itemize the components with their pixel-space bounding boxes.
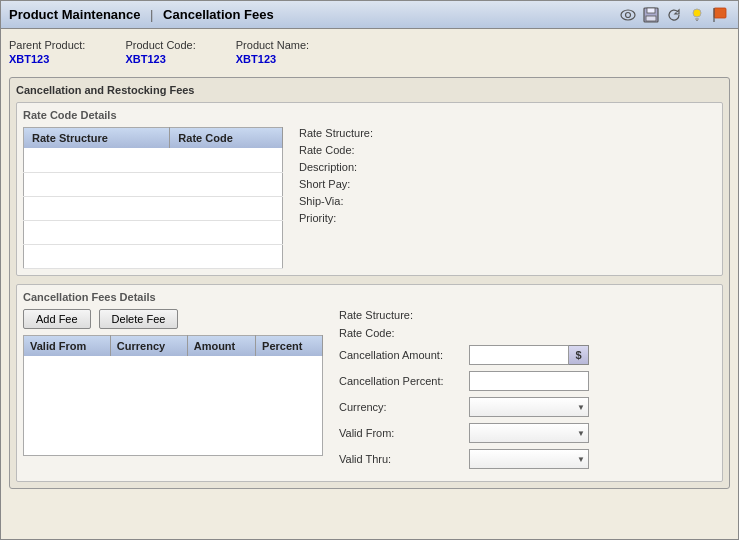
cancellation-percent-input[interactable] — [469, 371, 589, 391]
detail-short-pay-label: Short Pay: — [299, 178, 399, 190]
delete-fee-button[interactable]: Delete Fee — [99, 309, 179, 329]
form-currency-label: Currency: — [339, 401, 469, 413]
cancellation-section-title: Cancellation and Restocking Fees — [16, 84, 723, 96]
content-area: Parent Product: XBT123 Product Code: XBT… — [1, 29, 738, 539]
refresh-icon[interactable] — [664, 5, 684, 25]
currency-select-wrapper — [469, 397, 589, 417]
flag-icon[interactable] — [710, 5, 730, 25]
main-window: Product Maintenance | Cancellation Fees — [0, 0, 739, 540]
detail-priority: Priority: — [299, 212, 716, 224]
form-cancellation-percent: Cancellation Percent: — [339, 371, 716, 391]
cancellation-amount-input-group: $ — [469, 345, 589, 365]
valid-thru-select[interactable] — [469, 449, 589, 469]
rate-table-header-code: Rate Code — [170, 128, 283, 149]
rate-table-header-structure: Rate Structure — [24, 128, 170, 149]
cancellation-fees-box: Cancellation Fees Details Add Fee Delete… — [16, 284, 723, 482]
product-name-field: Product Name: XBT123 — [236, 39, 309, 65]
cancellation-section: Cancellation and Restocking Fees Rate Co… — [9, 77, 730, 489]
form-valid-thru-label: Valid Thru: — [339, 453, 469, 465]
save-icon[interactable] — [641, 5, 661, 25]
cancel-left: Add Fee Delete Fee Valid From Currency A… — [23, 309, 323, 475]
cancel-buttons: Add Fee Delete Fee — [23, 309, 323, 329]
svg-rect-3 — [647, 8, 655, 13]
detail-rate-code-label: Rate Code: — [299, 144, 399, 156]
svg-point-1 — [626, 12, 631, 17]
detail-description-label: Description: — [299, 161, 399, 173]
form-rate-code-label: Rate Code: — [339, 327, 469, 339]
title-separator: | — [150, 7, 153, 22]
valid-from-select-wrapper — [469, 423, 589, 443]
form-rate-structure-label: Rate Structure: — [339, 309, 469, 321]
form-cancellation-percent-label: Cancellation Percent: — [339, 375, 469, 387]
svg-point-5 — [693, 9, 701, 17]
svg-rect-8 — [714, 8, 726, 18]
rate-table-container: Rate Structure Rate Code — [23, 127, 283, 269]
detail-priority-label: Priority: — [299, 212, 399, 224]
cancel-table: Valid From Currency Amount Percent — [23, 335, 323, 457]
cancel-header-valid-from: Valid From — [24, 335, 111, 356]
detail-rate-structure-label: Rate Structure: — [299, 127, 399, 139]
title-icons — [618, 5, 730, 25]
valid-thru-select-wrapper — [469, 449, 589, 469]
form-currency: Currency: — [339, 397, 716, 417]
svg-rect-6 — [695, 18, 699, 20]
currency-symbol-button[interactable]: $ — [569, 345, 589, 365]
title-bar: Product Maintenance | Cancellation Fees — [1, 1, 738, 29]
currency-select[interactable] — [469, 397, 589, 417]
svg-rect-4 — [646, 16, 656, 21]
rate-code-details-title: Rate Code Details — [23, 109, 716, 121]
window-title: Product Maintenance | Cancellation Fees — [9, 7, 274, 22]
cancel-right: Rate Structure: Rate Code: Cancellation … — [339, 309, 716, 475]
form-cancellation-amount: Cancellation Amount: $ — [339, 345, 716, 365]
add-fee-button[interactable]: Add Fee — [23, 309, 91, 329]
rate-detail-panel: Rate Structure: Rate Code: Description: — [299, 127, 716, 269]
rate-table: Rate Structure Rate Code — [23, 127, 283, 269]
form-valid-from: Valid From: — [339, 423, 716, 443]
detail-description: Description: — [299, 161, 716, 173]
svg-point-0 — [621, 10, 635, 20]
product-code-value: XBT123 — [125, 53, 195, 65]
cancel-header-percent: Percent — [256, 335, 323, 356]
parent-product-value: XBT123 — [9, 53, 85, 65]
product-code-label: Product Code: — [125, 39, 195, 51]
cancel-header-amount: Amount — [187, 335, 255, 356]
form-rate-structure: Rate Structure: — [339, 309, 716, 321]
form-cancellation-amount-label: Cancellation Amount: — [339, 349, 469, 361]
valid-from-select[interactable] — [469, 423, 589, 443]
form-rate-code: Rate Code: — [339, 327, 716, 339]
detail-ship-via: Ship-Via: — [299, 195, 716, 207]
subtitle-text: Cancellation Fees — [163, 7, 274, 22]
title-text: Product Maintenance — [9, 7, 140, 22]
product-info: Parent Product: XBT123 Product Code: XBT… — [9, 35, 730, 69]
eye-icon[interactable] — [618, 5, 638, 25]
cancellation-layout: Add Fee Delete Fee Valid From Currency A… — [23, 309, 716, 475]
form-valid-thru: Valid Thru: — [339, 449, 716, 469]
parent-product-label: Parent Product: — [9, 39, 85, 51]
svg-rect-7 — [696, 20, 698, 21]
detail-rate-code: Rate Code: — [299, 144, 716, 156]
product-name-value: XBT123 — [236, 53, 309, 65]
rate-code-layout: Rate Structure Rate Code — [23, 127, 716, 269]
detail-short-pay: Short Pay: — [299, 178, 716, 190]
product-name-label: Product Name: — [236, 39, 309, 51]
cancellation-fees-title: Cancellation Fees Details — [23, 291, 716, 303]
detail-rate-structure: Rate Structure: — [299, 127, 716, 139]
parent-product-field: Parent Product: XBT123 — [9, 39, 85, 65]
rate-code-details-box: Rate Code Details Rate Structure Rate Co… — [16, 102, 723, 276]
product-code-field: Product Code: XBT123 — [125, 39, 195, 65]
cancellation-amount-input[interactable] — [469, 345, 569, 365]
detail-ship-via-label: Ship-Via: — [299, 195, 399, 207]
bulb-icon[interactable] — [687, 5, 707, 25]
form-valid-from-label: Valid From: — [339, 427, 469, 439]
cancel-header-currency: Currency — [110, 335, 187, 356]
